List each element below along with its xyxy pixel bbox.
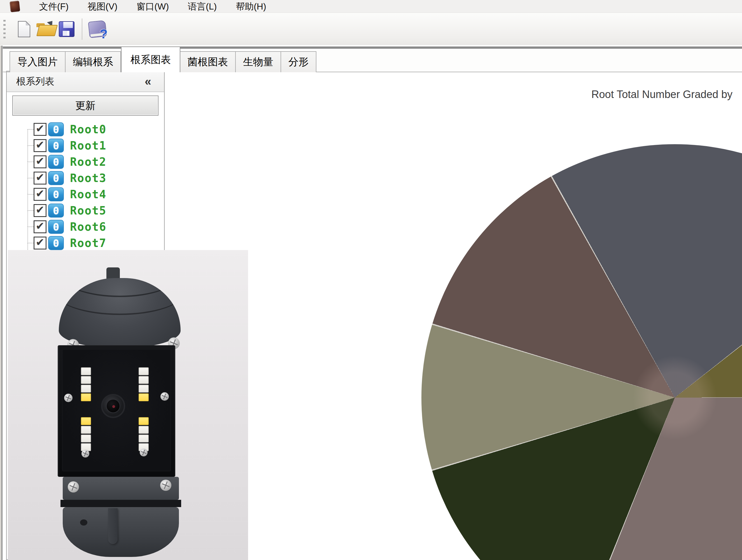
menu-file[interactable]: 文件(F): [31, 0, 77, 13]
checkmark-icon: ✔: [36, 172, 45, 183]
camera-led: [139, 376, 149, 384]
menu-view[interactable]: 视图(V): [79, 0, 126, 13]
root-count-badge: 0: [48, 187, 64, 201]
root-checkbox[interactable]: ✔: [34, 139, 47, 152]
app-icon: [9, 1, 20, 12]
open-arrow-icon: [47, 19, 55, 27]
checkmark-icon: ✔: [36, 204, 45, 215]
screw-icon: [140, 449, 148, 456]
tab-import-image[interactable]: 导入图片: [9, 51, 65, 72]
camera-lens-inner: [106, 399, 120, 413]
camera-led: [81, 376, 91, 384]
toolbar-separator: [82, 18, 82, 40]
root-label: Root5: [70, 204, 106, 217]
root-label: Root6: [70, 220, 106, 233]
save-button[interactable]: [56, 18, 77, 40]
base-peg-handle: [108, 508, 118, 544]
menu-help[interactable]: 帮助(H): [227, 0, 274, 13]
root-count-badge: 0: [48, 122, 64, 136]
root-count-badge: 0: [48, 171, 64, 185]
camera-led-yellow: [81, 393, 91, 401]
root-list-item[interactable]: ✔ 0 Root0: [7, 121, 164, 138]
collapse-panel-icon[interactable]: «: [145, 75, 151, 87]
screw-icon: [160, 392, 169, 401]
menu-language[interactable]: 语言(L): [179, 0, 225, 13]
led-strip: [81, 417, 92, 451]
root-list-item[interactable]: ✔ 0 Root1: [7, 138, 164, 154]
camera-led: [139, 426, 149, 434]
tree-connector: [28, 145, 34, 146]
checkmark-icon: ✔: [36, 140, 45, 150]
root-label: Root2: [70, 155, 106, 168]
base-hole: [80, 519, 87, 525]
camera-pcb-face: [62, 349, 171, 471]
root-list-item[interactable]: ✔ 0 Root7: [7, 235, 164, 251]
root-count-badge: 0: [48, 220, 64, 234]
base-cap: [63, 507, 179, 557]
root-checkbox[interactable]: ✔: [34, 155, 47, 168]
tree-connector: [28, 162, 34, 162]
root-count-badge: 0: [48, 139, 64, 153]
root-count-badge: 0: [48, 155, 64, 169]
root-list-item[interactable]: ✔ 0 Root2: [7, 154, 164, 170]
tree-connector: [28, 129, 34, 130]
tab-strip: 导入图片 编辑根系 根系图表 菌根图表 生物量 分形: [0, 45, 742, 72]
question-mark-icon: ?: [100, 26, 108, 42]
checkmark-icon: ✔: [36, 123, 45, 134]
tree-connector: [28, 178, 34, 179]
open-file-button[interactable]: [35, 18, 56, 40]
camera-led: [81, 426, 91, 434]
new-file-icon: [18, 21, 30, 37]
screw-icon: [68, 481, 79, 493]
camera-lens-sensor: [112, 405, 115, 408]
tab-mycorrhiza-charts[interactable]: 菌根图表: [180, 51, 236, 72]
root-list-item[interactable]: ✔ 0 Root4: [7, 186, 164, 202]
root-checkbox[interactable]: ✔: [34, 123, 47, 136]
new-file-button[interactable]: [13, 18, 35, 40]
camera-dome-cap: [59, 278, 180, 348]
camera-led: [139, 435, 149, 443]
root-checkbox[interactable]: ✔: [34, 172, 47, 185]
root-list: ✔ 0 Root0 ✔ 0 Root1 ✔ 0 Root2: [7, 121, 164, 251]
tab-edit-roots[interactable]: 编辑根系: [65, 51, 121, 72]
menu-bar: 文件(F) 视图(V) 窗口(W) 语言(L) 帮助(H): [0, 0, 742, 13]
tab-fractal[interactable]: 分形: [281, 51, 316, 72]
root-checkbox[interactable]: ✔: [34, 220, 47, 233]
root-list-item[interactable]: ✔ 0 Root5: [7, 202, 164, 219]
update-button[interactable]: 更新: [12, 96, 158, 116]
root-list-item[interactable]: ✔ 0 Root6: [7, 219, 164, 235]
checkmark-icon: ✔: [36, 221, 45, 231]
root-label: Root1: [70, 139, 106, 152]
camera-led: [81, 435, 91, 443]
root-count-badge: 0: [48, 204, 64, 217]
led-strip: [139, 417, 149, 451]
toolbar-grip[interactable]: [3, 20, 6, 38]
screw-icon: [64, 394, 72, 402]
camera-led: [81, 367, 91, 375]
root-list-item[interactable]: ✔ 0 Root3: [7, 170, 164, 186]
root-checkbox[interactable]: ✔: [34, 237, 47, 250]
camera-enclosure: [58, 345, 175, 477]
tree-connector: [28, 243, 34, 243]
camera-base-cylinder: [63, 477, 179, 559]
tree-connector: [28, 210, 34, 211]
tab-root-charts[interactable]: 根系图表: [121, 47, 180, 72]
help-button[interactable]: ?: [87, 18, 108, 40]
screw-icon: [82, 450, 89, 458]
tab-biomass[interactable]: 生物量: [236, 51, 281, 72]
root-checkbox[interactable]: ✔: [34, 188, 47, 201]
pie-chart: [421, 144, 742, 560]
menu-window[interactable]: 窗口(W): [128, 0, 177, 13]
camera-led: [139, 367, 149, 375]
root-label: Root4: [70, 188, 106, 201]
root-label: Root3: [70, 172, 106, 185]
checkmark-icon: ✔: [36, 156, 45, 166]
panel-title: 根系列表: [16, 75, 145, 88]
window-left-frame: [0, 46, 3, 560]
tree-connector: [28, 194, 34, 195]
checkmark-icon: ✔: [36, 237, 45, 248]
root-checkbox[interactable]: ✔: [34, 204, 47, 217]
root-count-badge: 0: [48, 236, 64, 250]
root-label: Root0: [70, 123, 106, 136]
checkmark-icon: ✔: [36, 188, 45, 199]
